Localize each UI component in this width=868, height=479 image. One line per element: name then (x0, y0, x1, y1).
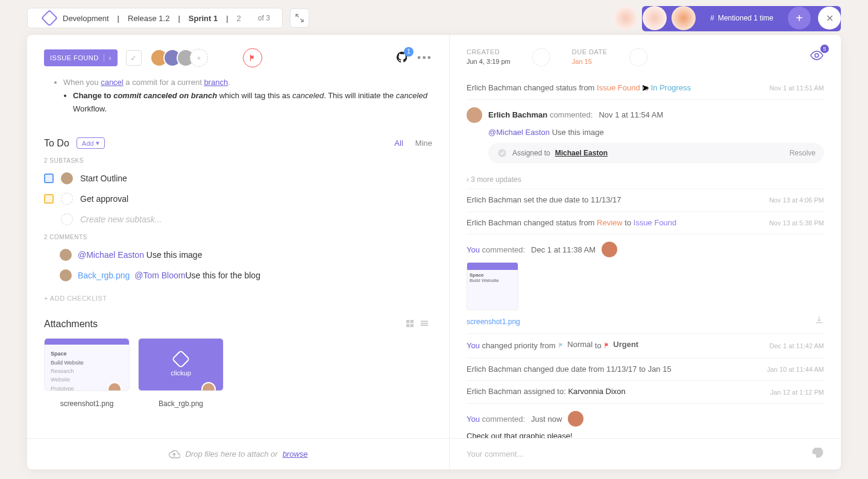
status-button[interactable]: ISSUE FOUND› (44, 49, 118, 66)
subtask-row[interactable]: Start Outline (44, 172, 432, 184)
subtask-name: Start Outline (80, 174, 127, 183)
subtasks-label: 2 SUBTASKS (44, 157, 432, 164)
breadcrumb-sprint[interactable]: Sprint 1 (180, 14, 226, 23)
attachment-item[interactable]: clickup Back_rgb.png (138, 338, 224, 408)
comment-row[interactable]: Back_rgb.png @Tom BloomUse this for the … (44, 269, 432, 281)
more-updates-toggle[interactable]: › 3 more updates (467, 171, 824, 189)
activity-row: Erlich Bachman changed status from Issue… (467, 77, 824, 99)
resolve-button[interactable]: Resolve (790, 149, 816, 157)
subtask-row[interactable]: Get approval (44, 193, 432, 205)
breadcrumb-project[interactable]: Development (31, 12, 118, 24)
avatar[interactable] (467, 107, 482, 123)
flag-icon (248, 54, 257, 62)
avatar (60, 249, 72, 261)
plus-icon: + (796, 11, 803, 25)
avatar[interactable] (602, 242, 617, 257)
send-icon[interactable] (811, 448, 824, 461)
breadcrumb-of: of 3 (250, 14, 278, 22)
add-checklist-button[interactable]: + ADD CHECKLIST (44, 295, 432, 302)
activity-row: Erlich Bachman assigned to: Karvonnia Di… (467, 380, 824, 403)
expand-button[interactable] (290, 8, 309, 28)
time-estimate-button[interactable] (629, 48, 647, 66)
todo-title: To Do (44, 138, 69, 149)
mention-link[interactable]: @Michael Easton (78, 250, 144, 260)
add-button[interactable]: + (788, 7, 811, 30)
comment-input[interactable]: Your comment... (450, 438, 841, 469)
logo-icon (171, 350, 190, 369)
activity-row: Erlich Bachman set the due date to 11/13… (467, 189, 824, 211)
breadcrumb: Development | Release 1.2 | Sprint 1 | 2… (27, 8, 283, 28)
subtask-status-icon[interactable] (44, 194, 54, 204)
avatar (201, 382, 216, 391)
check-icon: ✓ (130, 54, 137, 63)
priority-flag-button[interactable] (243, 48, 262, 67)
assigned-pill: Assigned to Michael Easton Resolve (488, 143, 824, 163)
download-icon[interactable] (814, 315, 824, 325)
activity-feed: Erlich Bachman changed status from Issue… (450, 72, 841, 438)
subtask-status-icon[interactable] (44, 174, 54, 183)
tab-all[interactable]: All (394, 139, 403, 148)
unassigned-icon[interactable] (61, 193, 73, 205)
mention-link[interactable]: @Tom Bloom (134, 271, 185, 280)
watchers-button[interactable]: 5 (810, 48, 824, 64)
browse-link[interactable]: browse (283, 449, 308, 459)
complete-checkbox[interactable]: ✓ (126, 50, 142, 66)
subtask-name: Get approval (80, 194, 128, 204)
add-assignee-button[interactable]: + (190, 49, 208, 67)
list-view-button[interactable] (419, 319, 432, 330)
task-description: When you cancel a commit for a current b… (54, 76, 432, 116)
breadcrumb-release[interactable]: Release 1.2 (119, 14, 178, 23)
activity-comment: You commented: Just now Check out that g… (467, 403, 824, 438)
task-panel: ISSUE FOUND› ✓ + 1 ••• (27, 35, 841, 469)
mention-link[interactable]: @Michael Easton (488, 128, 550, 137)
presence-avatar[interactable] (614, 6, 638, 30)
cloud-upload-icon (168, 448, 180, 460)
grid-view-button[interactable] (404, 319, 418, 330)
svg-point-0 (815, 54, 819, 57)
flag-icon (558, 342, 565, 349)
attachment-dropzone[interactable]: Drop files here to attach or browse (27, 438, 449, 469)
branch-link[interactable]: branch (204, 78, 228, 87)
chevron-right-icon: › (104, 54, 112, 61)
cancel-link[interactable]: cancel (101, 78, 124, 87)
github-button[interactable]: 1 (395, 51, 409, 66)
activity-row: Erlich Bachman changed status from Revie… (467, 211, 824, 234)
presence-avatar[interactable] (671, 6, 696, 30)
attachments-title: Attachments (44, 319, 98, 330)
export-icon (295, 13, 304, 23)
task-detail-left: ISSUE FOUND› ✓ + 1 ••• (27, 35, 449, 469)
file-link[interactable]: Back_rgb.png (78, 271, 130, 280)
hash-icon: # (710, 14, 714, 22)
comments-label: 2 COMMENTS (44, 234, 432, 240)
attachment-filename: Back_rgb.png (138, 399, 224, 408)
avatar[interactable] (61, 172, 73, 184)
assignee-link[interactable]: Michael Easton (555, 149, 608, 157)
attachment-preview[interactable]: SpaceBuild Website (467, 262, 518, 310)
unassigned-icon (61, 213, 73, 225)
presence-avatar[interactable] (643, 6, 667, 30)
chevron-down-icon: ▾ (96, 139, 99, 147)
attachment-item[interactable]: SpaceBuild WebsiteResearchWebsitePrototy… (44, 338, 130, 408)
avatar[interactable] (568, 411, 583, 427)
breadcrumb-index: 2 (228, 14, 250, 23)
avatar (107, 382, 122, 391)
flag-icon (603, 342, 611, 349)
grid-icon (404, 319, 415, 328)
mentioned-badge[interactable]: # Mentioned 1 time (710, 14, 773, 22)
assign-icon (497, 148, 508, 158)
close-button[interactable]: ✕ (818, 7, 841, 30)
activity-row: Erlich Bachman changed due date from 11/… (467, 358, 824, 381)
tab-mine[interactable]: Mine (415, 139, 432, 148)
new-subtask-input[interactable]: Create new subtask... (44, 213, 432, 225)
github-count-badge: 1 (404, 47, 414, 57)
file-link[interactable]: screenshot1.png (467, 318, 520, 326)
attachment-filename: screenshot1.png (44, 399, 130, 408)
start-date-button[interactable] (532, 48, 550, 66)
list-icon (419, 319, 430, 328)
presence-avatars (614, 6, 696, 30)
activity-row: You changed priority from Normal to Urge… (467, 333, 824, 357)
comment-row[interactable]: @Michael Easton Use this image (44, 249, 432, 261)
more-menu-button[interactable]: ••• (417, 52, 432, 64)
due-date-meta[interactable]: DUE DATE Jan 15 (572, 48, 608, 65)
add-todo-button[interactable]: Add▾ (77, 137, 105, 149)
